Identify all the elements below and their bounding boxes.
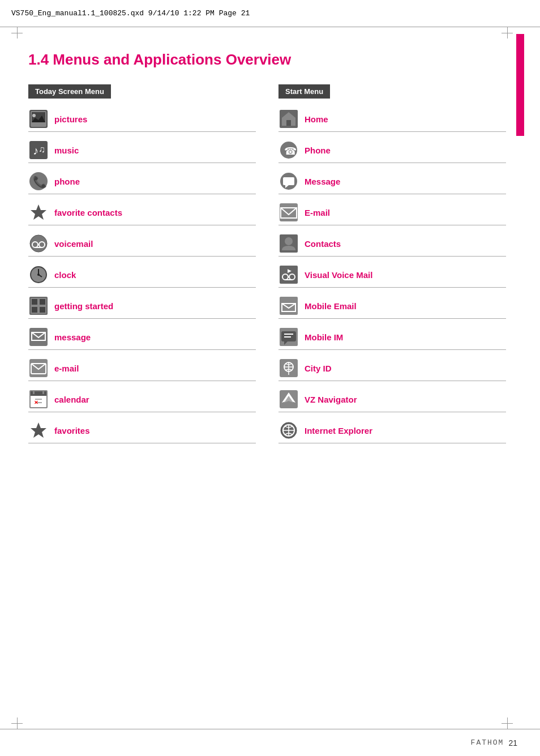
start-menu-column: Start Menu Home ☎ Phone Message: [278, 84, 506, 451]
list-item: ✕ calendar: [28, 389, 256, 412]
favorite-contacts-icon: [28, 202, 49, 223]
favorites-label: favorites: [54, 426, 90, 435]
calendar-icon: ✕: [28, 389, 49, 409]
svg-rect-46: [280, 203, 298, 221]
svg-text:✕: ✕: [34, 400, 38, 405]
svg-rect-21: [32, 299, 37, 305]
svg-text:♫: ♫: [38, 144, 45, 154]
today-screen-menu-header: Today Screen Menu: [28, 84, 111, 99]
fathom-brand: FATHOM: [471, 738, 504, 747]
svg-rect-22: [40, 299, 45, 305]
city-id-icon: [278, 358, 299, 378]
svg-rect-27: [29, 359, 48, 377]
svg-marker-10: [31, 204, 46, 220]
svg-text:📞: 📞: [33, 175, 47, 189]
pink-accent-bar: [516, 34, 524, 136]
list-item: voicemail: [28, 233, 256, 257]
contacts-label: Contacts: [305, 239, 341, 249]
visual-voice-mail-label: Visual Voice Mail: [305, 270, 372, 280]
svg-rect-23: [32, 307, 37, 313]
internet-explorer-icon: [278, 420, 299, 441]
svg-rect-32: [33, 391, 35, 394]
email2-label: E-mail: [305, 208, 330, 217]
home-label: Home: [305, 114, 328, 124]
list-item: message: [28, 327, 256, 350]
clock-label: clock: [54, 270, 76, 280]
list-item: Internet Explorer: [278, 420, 506, 443]
section-title: 1.4 Menus and Applications Overview: [28, 51, 506, 69]
list-item: Mobile Email: [278, 296, 506, 319]
message-icon: [28, 327, 49, 347]
voicemail-icon: [28, 233, 49, 254]
mobile-email-label: Mobile Email: [305, 301, 357, 311]
svg-marker-37: [31, 422, 46, 438]
internet-explorer-label: Internet Explorer: [305, 426, 372, 435]
today-screen-column: Today Screen Menu pictures ♪♫ music 📞: [28, 84, 256, 451]
vz-navigator-icon: [278, 389, 299, 409]
music-label: music: [54, 146, 79, 155]
message2-label: Message: [305, 177, 340, 186]
start-menu-header: Start Menu: [278, 84, 330, 99]
phone2-icon: ☎: [278, 140, 299, 160]
list-item: getting started: [28, 296, 256, 319]
favorite-contacts-label: favorite contacts: [54, 208, 122, 217]
getting-started-icon: [28, 296, 49, 316]
page-number: 21: [508, 738, 517, 748]
clock-icon: [28, 264, 49, 285]
contacts-icon: [278, 233, 299, 254]
svg-point-49: [285, 237, 293, 245]
phone2-label: Phone: [305, 146, 331, 155]
mobile-im-icon: [278, 327, 299, 347]
list-item: e-mail: [28, 358, 256, 381]
list-item: favorites: [28, 420, 256, 443]
email-icon: [28, 358, 49, 378]
list-item: favorite contacts: [28, 202, 256, 225]
bottom-bar: FATHOM 21: [0, 729, 540, 756]
phone-label: phone: [54, 177, 80, 186]
mobile-im-label: Mobile IM: [305, 332, 343, 342]
pictures-icon: [28, 109, 49, 129]
list-item: Contacts: [278, 233, 506, 257]
crosshair-bottom-left: [11, 717, 23, 729]
main-content: 1.4 Menus and Applications Overview Toda…: [28, 34, 506, 725]
svg-rect-44: [283, 177, 294, 185]
phone-icon: 📞: [28, 171, 49, 191]
svg-text:☎: ☎: [284, 146, 297, 157]
svg-text:♪: ♪: [33, 144, 38, 157]
page-info: FATHOM 21: [471, 738, 517, 748]
visual-voice-mail-icon: ▶: [278, 264, 299, 285]
list-item: 📞 phone: [28, 171, 256, 194]
list-item: Message: [278, 171, 506, 194]
svg-rect-24: [40, 307, 45, 313]
svg-text:▶: ▶: [288, 268, 292, 274]
message2-icon: [278, 171, 299, 191]
list-item: clock: [28, 264, 256, 288]
svg-rect-33: [42, 391, 44, 394]
top-bar: VS750_Eng_manual1.1_100825.qxd 9/14/10 1…: [0, 0, 540, 27]
header-text: VS750_Eng_manual1.1_100825.qxd 9/14/10 1…: [11, 9, 250, 18]
music-icon: ♪♫: [28, 140, 49, 160]
list-item: Mobile IM: [278, 327, 506, 350]
list-item: ▶ Visual Voice Mail: [278, 264, 506, 288]
email2-icon: [278, 202, 299, 223]
home-icon: [278, 109, 299, 129]
list-item: ☎ Phone: [278, 140, 506, 163]
city-id-label: City ID: [305, 364, 332, 373]
pictures-label: pictures: [54, 114, 87, 124]
mobile-email-icon: [278, 296, 299, 316]
favorites-icon: [28, 420, 49, 441]
list-item: VZ Navigator: [278, 389, 506, 412]
list-item: E-mail: [278, 202, 506, 225]
email-label: e-mail: [54, 364, 79, 373]
columns-container: Today Screen Menu pictures ♪♫ music 📞: [28, 84, 506, 451]
vz-navigator-label: VZ Navigator: [305, 395, 357, 404]
svg-rect-40: [286, 120, 291, 126]
getting-started-label: getting started: [54, 301, 113, 311]
list-item: City ID: [278, 358, 506, 381]
message-label: message: [54, 332, 91, 342]
list-item: pictures: [28, 109, 256, 132]
voicemail-label: voicemail: [54, 239, 93, 249]
list-item: ♪♫ music: [28, 140, 256, 163]
list-item: Home: [278, 109, 506, 132]
calendar-label: calendar: [54, 395, 89, 404]
